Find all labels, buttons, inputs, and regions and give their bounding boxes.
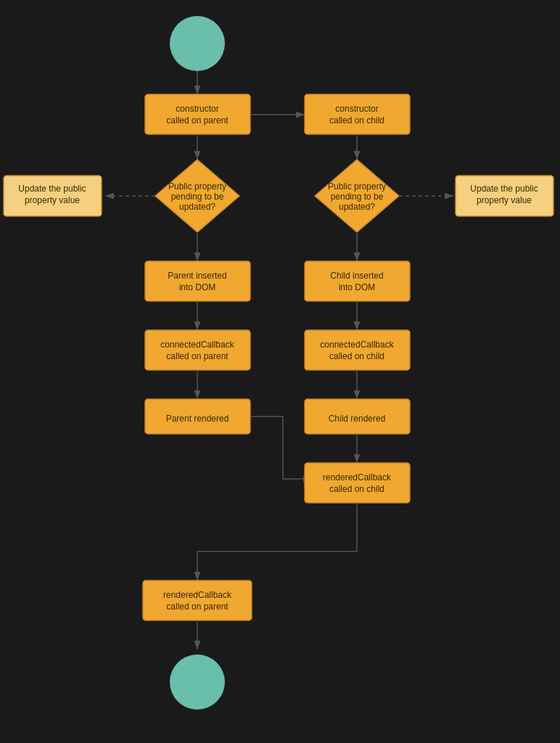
rendered-child-text1: renderedCallback xyxy=(323,472,392,483)
update-left-text1: Update the public xyxy=(18,184,86,194)
parent-inserted-text2: into DOM xyxy=(179,282,216,292)
arrow-parent-rendered-to-join xyxy=(250,416,312,479)
child-rendered-text: Child rendered xyxy=(329,414,386,424)
connected-child-box xyxy=(305,330,410,370)
child-inserted-box xyxy=(305,261,410,301)
parent-inserted-text1: Parent inserted xyxy=(168,271,226,281)
connected-parent-text1: connectedCallback xyxy=(160,340,234,350)
constructor-child-text2: called on child xyxy=(329,115,384,126)
flowchart-diagram: constructor called on parent constructor… xyxy=(0,0,560,743)
constructor-parent-text: constructor xyxy=(176,104,218,114)
constructor-child-box xyxy=(305,94,410,134)
connected-child-text2: called on child xyxy=(329,351,384,361)
diamond-child-text2: pending to be xyxy=(331,192,384,202)
parent-inserted-box xyxy=(145,261,250,301)
constructor-child-text: constructor xyxy=(335,104,378,114)
rendered-child-text2: called on child xyxy=(329,484,384,494)
start-circle xyxy=(170,16,225,71)
rendered-parent-text2: called on parent xyxy=(166,602,228,612)
constructor-parent-box xyxy=(145,94,250,134)
child-inserted-text2: into DOM xyxy=(339,282,376,292)
connected-child-text1: connectedCallback xyxy=(320,340,394,350)
diamond-parent-text1: Public property xyxy=(168,181,226,192)
diamond-child-text1: Public property xyxy=(328,181,386,192)
diamond-parent-text3: updated? xyxy=(179,202,215,212)
arrow-rendered-child-to-merge xyxy=(197,503,357,580)
child-inserted-text1: Child inserted xyxy=(330,271,383,281)
parent-rendered-text: Parent rendered xyxy=(166,414,229,424)
connected-parent-box xyxy=(145,330,250,370)
diamond-child-text3: updated? xyxy=(339,202,375,212)
update-right-text2: property value xyxy=(477,195,532,205)
rendered-child-box xyxy=(305,463,410,503)
constructor-parent-text2: called on parent xyxy=(166,115,228,126)
update-left-text2: property value xyxy=(25,195,80,205)
rendered-parent-box xyxy=(143,580,252,620)
connected-parent-text2: called on parent xyxy=(166,351,228,361)
diamond-parent-text2: pending to be xyxy=(171,192,224,202)
end-circle xyxy=(170,654,225,710)
rendered-parent-text1: renderedCallback xyxy=(163,590,232,600)
update-right-text1: Update the public xyxy=(470,184,538,194)
